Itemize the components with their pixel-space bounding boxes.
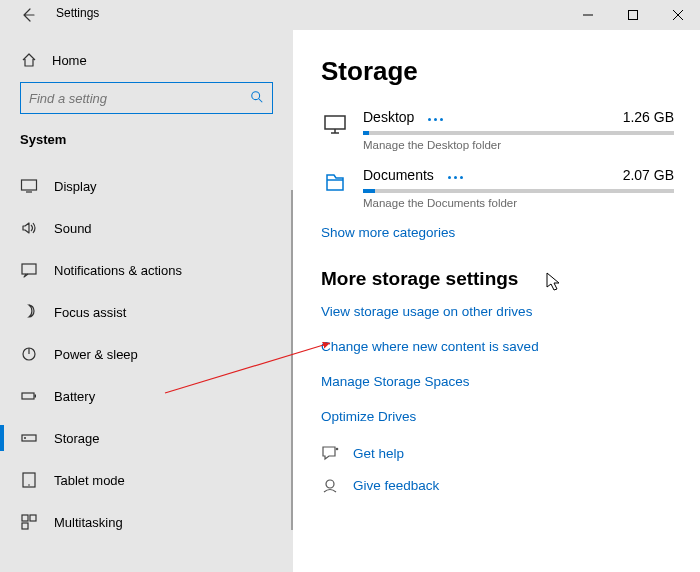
loading-icon: [428, 118, 443, 121]
feedback-icon: [321, 476, 339, 494]
sidebar-item-label: Power & sleep: [54, 347, 138, 362]
close-button[interactable]: [655, 0, 700, 30]
sidebar-item-power-sleep[interactable]: Power & sleep: [20, 333, 273, 375]
home-icon: [20, 52, 38, 68]
show-more-categories-link[interactable]: Show more categories: [321, 225, 674, 240]
get-help-icon: [321, 444, 339, 462]
sidebar-item-label: Focus assist: [54, 305, 126, 320]
get-help-label: Get help: [353, 446, 404, 461]
back-button[interactable]: [14, 5, 42, 25]
main-content: Storage Desktop 1.26 GB Manage the Deskt…: [293, 30, 700, 572]
storage-item-name: Documents: [363, 167, 434, 183]
focus-assist-icon: [20, 303, 38, 321]
search-input[interactable]: [29, 91, 250, 106]
back-arrow-icon: [20, 7, 36, 23]
desktop-icon: [321, 109, 349, 137]
sidebar-item-label: Sound: [54, 221, 92, 236]
svg-rect-11: [22, 515, 28, 521]
sidebar-item-sound[interactable]: Sound: [20, 207, 273, 249]
home-label: Home: [52, 53, 87, 68]
svg-point-1: [252, 91, 260, 99]
sidebar-item-multitasking[interactable]: Multitasking: [20, 501, 273, 543]
svg-rect-14: [325, 116, 345, 129]
maximize-icon: [628, 10, 638, 20]
svg-rect-12: [30, 515, 36, 521]
minimize-icon: [583, 10, 593, 20]
sidebar-item-display[interactable]: Display: [20, 165, 273, 207]
display-icon: [20, 177, 38, 195]
titlebar: Settings: [0, 0, 700, 30]
svg-rect-5: [22, 393, 34, 399]
sidebar-item-focus-assist[interactable]: Focus assist: [20, 291, 273, 333]
window-title: Settings: [56, 6, 99, 20]
storage-row-documents[interactable]: Documents 2.07 GB Manage the Documents f…: [321, 167, 674, 209]
sidebar-item-storage[interactable]: Storage: [20, 417, 273, 459]
sidebar-item-label: Multitasking: [54, 515, 123, 530]
sidebar-item-label: Notifications & actions: [54, 263, 182, 278]
search-input-container[interactable]: [20, 82, 273, 114]
svg-point-10: [28, 484, 30, 486]
feedback-label: Give feedback: [353, 478, 439, 493]
view-storage-other-drives-link[interactable]: View storage usage on other drives: [321, 304, 674, 319]
page-title: Storage: [321, 56, 674, 87]
multitasking-icon: [20, 513, 38, 531]
documents-icon: [321, 167, 349, 195]
sidebar: Home System Display Soun: [0, 30, 293, 572]
sidebar-item-label: Battery: [54, 389, 95, 404]
battery-icon: [20, 387, 38, 405]
storage-row-desktop[interactable]: Desktop 1.26 GB Manage the Desktop folde…: [321, 109, 674, 151]
svg-rect-0: [628, 11, 637, 20]
optimize-drives-link[interactable]: Optimize Drives: [321, 409, 674, 424]
sidebar-item-label: Storage: [54, 431, 100, 446]
sidebar-item-home[interactable]: Home: [20, 44, 273, 82]
sidebar-group-header: System: [20, 132, 273, 159]
power-icon: [20, 345, 38, 363]
sidebar-item-label: Tablet mode: [54, 473, 125, 488]
maximize-button[interactable]: [610, 0, 655, 30]
svg-point-8: [24, 437, 26, 439]
svg-rect-3: [22, 264, 36, 274]
storage-item-sub: Manage the Desktop folder: [363, 139, 674, 151]
sidebar-item-battery[interactable]: Battery: [20, 375, 273, 417]
give-feedback-link[interactable]: Give feedback: [321, 476, 674, 494]
change-where-content-saved-link[interactable]: Change where new content is saved: [321, 339, 674, 354]
sidebar-item-notifications[interactable]: Notifications & actions: [20, 249, 273, 291]
storage-item-name: Desktop: [363, 109, 414, 125]
storage-icon: [20, 429, 38, 447]
get-help-link[interactable]: Get help: [321, 444, 674, 462]
minimize-button[interactable]: [565, 0, 610, 30]
manage-storage-spaces-link[interactable]: Manage Storage Spaces: [321, 374, 674, 389]
storage-item-sub: Manage the Documents folder: [363, 197, 674, 209]
storage-usage-bar: [363, 131, 674, 135]
storage-usage-bar: [363, 189, 674, 193]
notifications-icon: [20, 261, 38, 279]
loading-icon: [448, 176, 463, 179]
search-icon: [250, 90, 264, 107]
svg-point-16: [326, 480, 334, 488]
more-storage-heading: More storage settings: [321, 268, 674, 290]
sound-icon: [20, 219, 38, 237]
sidebar-item-tablet-mode[interactable]: Tablet mode: [20, 459, 273, 501]
sidebar-item-label: Display: [54, 179, 97, 194]
svg-point-15: [336, 448, 339, 451]
close-icon: [673, 10, 683, 20]
tablet-icon: [20, 471, 38, 489]
storage-item-size: 1.26 GB: [623, 109, 674, 125]
svg-rect-13: [22, 523, 28, 529]
svg-rect-6: [35, 395, 37, 398]
svg-rect-2: [22, 180, 37, 190]
storage-item-size: 2.07 GB: [623, 167, 674, 183]
